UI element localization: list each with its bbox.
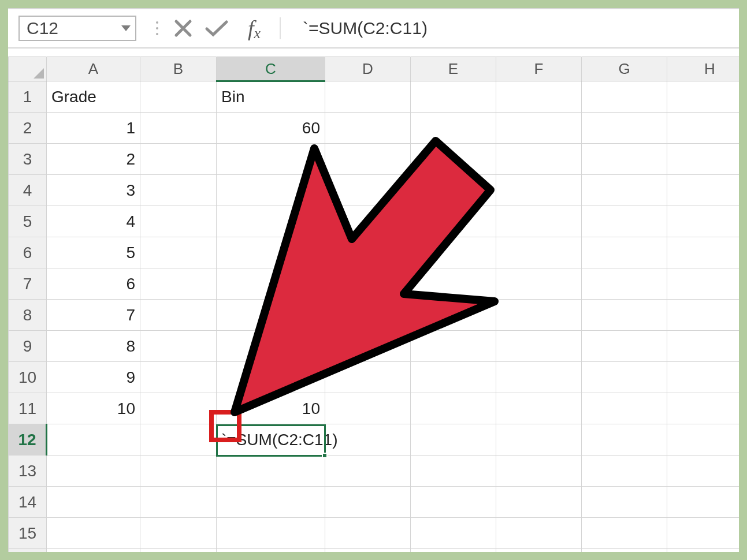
cell-D3[interactable] <box>325 144 411 175</box>
cell-D14[interactable] <box>325 487 411 518</box>
cell-G6[interactable] <box>582 237 667 268</box>
cell-E3[interactable] <box>411 144 496 175</box>
cell-B15[interactable] <box>140 518 217 549</box>
cell-B4[interactable] <box>140 175 217 206</box>
row-header[interactable]: 9 <box>9 331 47 362</box>
select-all-corner[interactable] <box>9 57 47 81</box>
cell-C2[interactable]: 60 <box>217 113 325 144</box>
row-header[interactable]: 5 <box>9 206 47 237</box>
cell-A6[interactable]: 5 <box>47 237 140 268</box>
cell-B14[interactable] <box>140 487 217 518</box>
formula-input[interactable] <box>285 16 739 41</box>
cell-C11[interactable]: 10 <box>217 393 325 424</box>
cell-G3[interactable] <box>582 144 667 175</box>
cell-D12[interactable] <box>325 424 411 456</box>
row-header[interactable]: 13 <box>9 456 47 487</box>
cell-H13[interactable] <box>667 456 739 487</box>
row-header[interactable]: 1 <box>9 81 47 113</box>
cell-C12[interactable]: `=SUM(C2:C11) <box>217 424 325 456</box>
cell-C13[interactable] <box>217 456 325 487</box>
cell-D2[interactable] <box>325 113 411 144</box>
cell-F6[interactable] <box>496 237 582 268</box>
row-header[interactable]: 4 <box>9 175 47 206</box>
cell-F12[interactable] <box>496 424 582 456</box>
cell-B6[interactable] <box>140 237 217 268</box>
cell-A12[interactable] <box>47 424 140 456</box>
cell-F11[interactable] <box>496 393 582 424</box>
cell-H1[interactable] <box>667 81 739 113</box>
cell-E1[interactable] <box>411 81 496 113</box>
col-header-E[interactable]: E <box>411 57 496 81</box>
cell-H3[interactable] <box>667 144 739 175</box>
row-header[interactable]: 15 <box>9 518 47 549</box>
cell-F5[interactable] <box>496 206 582 237</box>
cell-H2[interactable] <box>667 113 739 144</box>
cell-F4[interactable] <box>496 175 582 206</box>
cell-G15[interactable] <box>582 518 667 549</box>
cell-F1[interactable] <box>496 81 582 113</box>
cell-C16[interactable] <box>217 549 325 552</box>
cell-E8[interactable] <box>411 300 496 331</box>
col-header-A[interactable]: A <box>47 57 140 81</box>
cell-D16[interactable] <box>325 549 411 552</box>
cell-H4[interactable] <box>667 175 739 206</box>
cell-A11[interactable]: 10 <box>47 393 140 424</box>
cell-H16[interactable] <box>667 549 739 552</box>
cell-G1[interactable] <box>582 81 667 113</box>
cell-G11[interactable] <box>582 393 667 424</box>
cell-A14[interactable] <box>47 487 140 518</box>
cell-E5[interactable] <box>411 206 496 237</box>
name-box[interactable]: C12 <box>18 16 136 41</box>
cell-G10[interactable] <box>582 362 667 393</box>
cell-E14[interactable] <box>411 487 496 518</box>
cell-B8[interactable] <box>140 300 217 331</box>
cell-E6[interactable] <box>411 237 496 268</box>
cell-A16[interactable] <box>47 549 140 552</box>
cell-F14[interactable] <box>496 487 582 518</box>
cell-G16[interactable] <box>582 549 667 552</box>
cell-F16[interactable] <box>496 549 582 552</box>
row-header[interactable]: 2 <box>9 113 47 144</box>
col-header-D[interactable]: D <box>325 57 411 81</box>
cell-G4[interactable] <box>582 175 667 206</box>
cell-G8[interactable] <box>582 300 667 331</box>
cell-B11[interactable] <box>140 393 217 424</box>
cell-C6[interactable] <box>217 237 325 268</box>
cell-H11[interactable] <box>667 393 739 424</box>
cell-B10[interactable] <box>140 362 217 393</box>
cell-F10[interactable] <box>496 362 582 393</box>
cell-F8[interactable] <box>496 300 582 331</box>
cell-F13[interactable] <box>496 456 582 487</box>
cell-B9[interactable] <box>140 331 217 362</box>
cell-A7[interactable]: 6 <box>47 268 140 300</box>
cell-C8[interactable] <box>217 300 325 331</box>
col-header-F[interactable]: F <box>496 57 582 81</box>
cell-B5[interactable] <box>140 206 217 237</box>
cell-B7[interactable] <box>140 268 217 300</box>
cancel-button[interactable] <box>168 12 199 44</box>
enter-button[interactable] <box>201 12 232 44</box>
col-header-B[interactable]: B <box>140 57 217 81</box>
cell-C1[interactable]: Bin <box>217 81 325 113</box>
cell-A9[interactable]: 8 <box>47 331 140 362</box>
cell-D5[interactable] <box>325 206 411 237</box>
cell-B3[interactable] <box>140 144 217 175</box>
cell-A4[interactable]: 3 <box>47 175 140 206</box>
cell-H8[interactable] <box>667 300 739 331</box>
cell-C5[interactable] <box>217 206 325 237</box>
cell-H15[interactable] <box>667 518 739 549</box>
cell-D10[interactable] <box>325 362 411 393</box>
cell-A8[interactable]: 7 <box>47 300 140 331</box>
cell-E13[interactable] <box>411 456 496 487</box>
cell-E16[interactable] <box>411 549 496 552</box>
cell-A10[interactable]: 9 <box>47 362 140 393</box>
row-header[interactable]: 10 <box>9 362 47 393</box>
cell-C9[interactable] <box>217 331 325 362</box>
cell-G2[interactable] <box>582 113 667 144</box>
cell-H12[interactable] <box>667 424 739 456</box>
cell-E11[interactable] <box>411 393 496 424</box>
cell-B2[interactable] <box>140 113 217 144</box>
cell-F7[interactable] <box>496 268 582 300</box>
cell-F2[interactable] <box>496 113 582 144</box>
cell-E7[interactable] <box>411 268 496 300</box>
